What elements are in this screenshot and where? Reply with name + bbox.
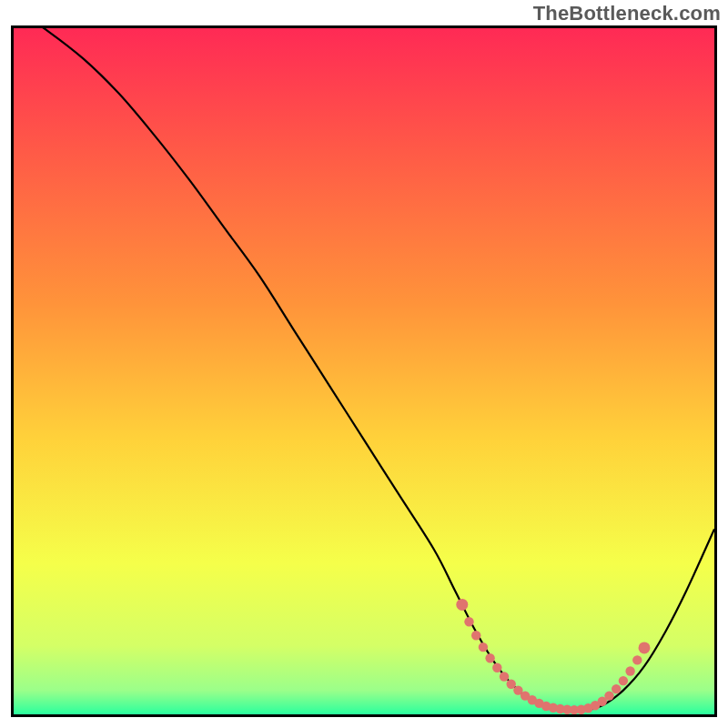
svg-point-22 [612,684,621,693]
plot-area [11,25,717,717]
svg-point-21 [604,691,613,700]
svg-point-25 [632,655,642,664]
svg-point-24 [625,666,634,675]
chart-svg [14,28,714,714]
svg-point-23 [619,676,628,685]
watermark-text: TheBottleneck.com [533,2,721,25]
gradient-background [14,28,714,714]
svg-point-4 [485,653,494,662]
chart-container: TheBottleneck.com [0,0,728,728]
svg-point-0 [456,599,468,611]
svg-point-2 [471,631,480,640]
svg-point-3 [479,642,488,652]
svg-point-5 [492,663,501,672]
svg-point-1 [464,617,473,626]
svg-point-26 [639,642,651,653]
svg-point-6 [500,672,509,681]
